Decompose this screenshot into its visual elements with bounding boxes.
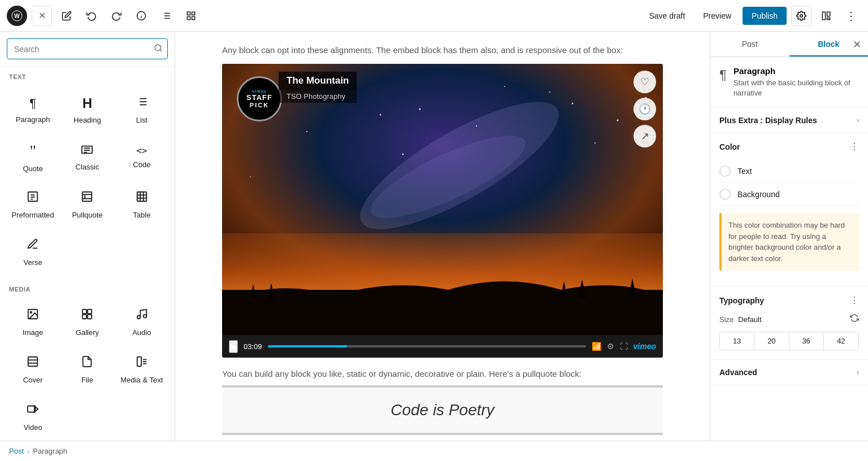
- typography-section: Typography ⋮ Size Default 13 20 36 42: [710, 287, 868, 360]
- breadcrumb-bar: Post › Paragraph: [0, 441, 868, 461]
- block-inserter-button[interactable]: [181, 6, 201, 26]
- block-preformatted[interactable]: Preformatted: [7, 182, 59, 227]
- like-button[interactable]: ♡: [633, 71, 656, 93]
- color-options: Text Background This color combination m…: [710, 160, 868, 286]
- block-cover-label: Cover: [23, 376, 43, 384]
- display-rules-title: Plus Extra : Display Rules: [719, 116, 817, 125]
- share-button[interactable]: ↗: [633, 125, 656, 147]
- edit-button[interactable]: [57, 6, 77, 26]
- tab-post[interactable]: Post: [710, 32, 789, 56]
- block-pullquote[interactable]: Pullquote: [61, 182, 113, 227]
- list-icon: [136, 95, 148, 111]
- search-button[interactable]: [149, 39, 167, 59]
- file-icon: [81, 355, 93, 371]
- color-text-radio[interactable]: [719, 166, 731, 177]
- table-icon: [136, 190, 148, 206]
- wordpress-logo[interactable]: W: [7, 6, 27, 26]
- typography-section-header[interactable]: Typography ⋮: [710, 287, 868, 314]
- progress-bar[interactable]: [268, 345, 586, 347]
- fullscreen-icon[interactable]: ⛶: [620, 342, 628, 351]
- color-text-label: Text: [737, 167, 752, 176]
- typography-more-icon[interactable]: ⋮: [850, 295, 859, 306]
- size-buttons: 13 20 36 42: [719, 332, 859, 350]
- block-heading[interactable]: H Heading: [61, 87, 113, 132]
- undo-button[interactable]: [81, 6, 102, 26]
- block-gallery[interactable]: Gallery: [61, 299, 113, 345]
- size-reset-button[interactable]: [850, 314, 859, 325]
- watch-later-button[interactable]: 🕐: [633, 98, 656, 120]
- svg-point-70: [549, 92, 550, 93]
- color-bg-radio[interactable]: [719, 189, 731, 200]
- search-input[interactable]: [7, 40, 149, 58]
- svg-rect-14: [192, 16, 195, 19]
- toolbar-right: Save draft Preview Publish ⋮: [642, 6, 861, 26]
- block-verse-label: Verse: [24, 258, 42, 267]
- svg-point-51: [144, 314, 147, 318]
- left-sidebar: TEXT ¶ Paragraph H Heading List ": [0, 32, 175, 441]
- color-text-option[interactable]: Text: [719, 160, 859, 183]
- video-overlay-actions: ♡ 🕐 ↗: [633, 71, 656, 147]
- pullquote-preview: Code is Poetry: [222, 385, 663, 435]
- svg-point-15: [800, 14, 803, 17]
- info-button[interactable]: [131, 6, 151, 26]
- block-pullquote-label: Pullquote: [72, 211, 102, 219]
- svg-point-66: [572, 103, 574, 105]
- display-rules-header[interactable]: Plus Extra : Display Rules ›: [710, 108, 868, 133]
- play-button[interactable]: ▶: [229, 340, 238, 353]
- block-code-label: Code: [133, 160, 150, 169]
- color-section-header[interactable]: Color ⋮: [710, 133, 868, 160]
- size-42-button[interactable]: 42: [824, 332, 858, 350]
- size-20-button[interactable]: 20: [754, 332, 789, 350]
- size-13-button[interactable]: 13: [720, 332, 754, 350]
- block-list-label: List: [136, 116, 147, 124]
- publish-button[interactable]: Publish: [743, 7, 787, 25]
- settings-icon[interactable]: ⚙: [607, 342, 614, 351]
- save-draft-button[interactable]: Save draft: [642, 7, 692, 25]
- block-table[interactable]: Table: [116, 182, 168, 227]
- svg-line-20: [160, 50, 162, 51]
- advanced-header[interactable]: Advanced ›: [710, 360, 868, 385]
- svg-rect-35: [83, 192, 92, 201]
- pullquote-text: Code is Poetry: [236, 401, 649, 419]
- size-value: Default: [738, 315, 761, 324]
- toolbar: W ✕ Save draft Preview Publish: [0, 0, 868, 32]
- block-code[interactable]: <> Code: [116, 134, 168, 180]
- display-rules-arrow: ›: [857, 116, 859, 124]
- close-panel-button[interactable]: ✕: [32, 6, 52, 26]
- breadcrumb-post[interactable]: Post: [9, 447, 24, 455]
- block-cover[interactable]: Cover: [7, 347, 59, 392]
- svg-point-71: [617, 120, 619, 121]
- block-paragraph[interactable]: ¶ Paragraph: [7, 87, 59, 132]
- settings-button[interactable]: [791, 6, 811, 26]
- svg-point-50: [137, 315, 141, 319]
- block-audio[interactable]: Audio: [116, 299, 168, 345]
- block-quote[interactable]: " Quote: [7, 134, 59, 180]
- redo-button[interactable]: [106, 6, 127, 26]
- preview-button[interactable]: Preview: [696, 7, 738, 25]
- svg-rect-13: [187, 16, 190, 19]
- more-options-button[interactable]: ⋮: [841, 6, 861, 26]
- block-verse[interactable]: Verse: [7, 229, 59, 275]
- text-blocks-grid: ¶ Paragraph H Heading List " Quote: [0, 82, 175, 279]
- video-title-overlay: The Mountain TSO Photography: [279, 72, 357, 103]
- layout-button[interactable]: [816, 6, 836, 26]
- block-list[interactable]: List: [116, 87, 168, 132]
- classic-icon: [81, 143, 93, 158]
- block-classic[interactable]: Classic: [61, 134, 113, 180]
- svg-point-19: [155, 45, 161, 51]
- block-image[interactable]: Image: [7, 299, 59, 345]
- color-more-icon[interactable]: ⋮: [850, 141, 859, 152]
- block-file[interactable]: File: [61, 347, 113, 392]
- time-display: 03:09: [244, 342, 262, 351]
- size-36-button[interactable]: 36: [789, 332, 824, 350]
- list-view-button[interactable]: [156, 6, 176, 26]
- block-video[interactable]: Video: [7, 394, 59, 440]
- breadcrumb-current: Paragraph: [33, 447, 67, 455]
- sidebar-close-button[interactable]: ✕: [850, 36, 863, 53]
- color-background-option[interactable]: Background: [719, 183, 859, 206]
- block-media-text[interactable]: Media & Text: [116, 347, 168, 392]
- svg-rect-11: [187, 12, 190, 15]
- svg-point-68: [380, 114, 381, 116]
- tab-indicator: [789, 55, 869, 56]
- toolbar-left: W ✕: [7, 6, 201, 26]
